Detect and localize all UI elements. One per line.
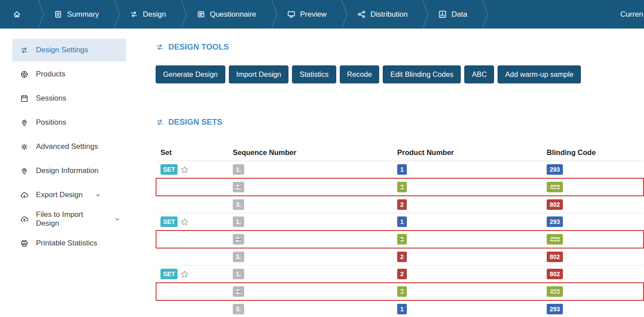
import-design-button[interactable]: Import Design	[229, 65, 289, 83]
product-cell: 3	[393, 283, 542, 300]
generate-design-button[interactable]: Generate Design	[156, 65, 225, 83]
product-badge: 1	[397, 164, 407, 175]
design-set-row: SET1.1293	[156, 161, 644, 179]
design-set-row: 2.3459	[156, 178, 644, 196]
blinding-code-badge: 293	[547, 164, 563, 175]
product-badge: 1	[397, 216, 407, 227]
set-cell	[156, 231, 228, 248]
statistics-button[interactable]: Statistics	[292, 65, 336, 83]
cloud-down-icon	[20, 191, 28, 199]
loop-icon	[156, 118, 164, 126]
design-set-row: 2.3459	[156, 231, 644, 248]
blinding-code-cell: 293	[542, 161, 644, 179]
product-badge: 1	[397, 304, 407, 314]
blinding-code-cell: 802	[542, 266, 644, 283]
blinding-code-cell: 293	[542, 300, 644, 317]
column-header: Sequence Number	[228, 145, 393, 161]
set-badge: SET	[160, 269, 178, 279]
add-warm-up-sample-button[interactable]: Add warm-up sample	[498, 65, 581, 83]
blinding-code-cell: 459	[542, 178, 644, 196]
blinding-code-badge: 293	[547, 304, 563, 314]
gear-icon	[20, 143, 28, 151]
sequence-cell: 3.	[228, 300, 393, 317]
design-set-row: SET1.2802	[156, 266, 644, 283]
distribution-icon	[357, 10, 366, 18]
star-icon[interactable]	[180, 270, 189, 279]
sidebar-item-printable-statistics[interactable]: Printable Statistics	[12, 232, 126, 255]
nav-item-distribution[interactable]: Distribution	[347, 0, 418, 29]
sidebar-item-label: Sessions	[36, 94, 66, 103]
product-cell: 1	[393, 161, 542, 179]
sidebar-item-files-to-import-design[interactable]: Files to Import Design	[12, 208, 126, 231]
set-cell: SET	[156, 266, 228, 283]
sidebar-item-products[interactable]: Products	[12, 63, 126, 86]
sidebar-item-export-design[interactable]: Export Design	[12, 184, 126, 206]
sidebar-item-sessions[interactable]: Sessions	[12, 87, 126, 110]
printer-icon	[20, 239, 28, 248]
design-tools-buttons: Generate DesignImport DesignStatisticsRe…	[156, 65, 644, 83]
sequence-badge: 2.	[233, 182, 244, 192]
set-cell	[156, 248, 228, 266]
blinding-code-cell: 802	[542, 248, 644, 266]
blinding-code-badge: 459	[547, 234, 563, 245]
preview-icon	[287, 10, 295, 18]
design-icon	[130, 10, 138, 18]
sidebar-item-label: Products	[36, 70, 65, 79]
sidebar-item-label: Design Settings	[36, 46, 88, 54]
nav-item-questionnaire[interactable]: Questionnaire	[186, 0, 267, 29]
product-cell: 2	[393, 266, 542, 283]
nav-item-label: Data	[452, 10, 467, 19]
design-sets-title: DESIGN SETS	[156, 118, 644, 127]
design-sets-table-head-row: SetSequence NumberProduct NumberBlinding…	[156, 145, 644, 161]
blinding-code-badge: 802	[547, 199, 563, 210]
design-icon	[20, 46, 28, 54]
edit-blinding-codes-button[interactable]: Edit Blinding Codes	[383, 65, 461, 83]
nav-item-summary[interactable]: Summary	[43, 0, 110, 29]
column-header: Set	[156, 145, 228, 161]
questionnaire-icon	[197, 10, 205, 18]
sidebar-item-design-information[interactable]: Design Information	[12, 159, 126, 182]
blinding-code-badge: 459	[547, 286, 563, 297]
sidebar-item-advanced-settings[interactable]: Advanced Settings	[12, 135, 126, 158]
sequence-badge: 2.	[233, 234, 244, 245]
nav-item-preview[interactable]: Preview	[277, 0, 337, 29]
chevron-down-icon	[95, 192, 101, 198]
design-sets-table: SetSequence NumberProduct NumberBlinding…	[156, 145, 644, 317]
set-cell	[156, 300, 228, 317]
calendar-icon	[20, 94, 28, 103]
nav-item-home[interactable]	[0, 0, 34, 29]
product-badge: 2	[397, 199, 407, 210]
sequence-cell: 3.	[228, 248, 393, 266]
sidebar-item-label: Positions	[36, 118, 66, 127]
sequence-cell: 3.	[228, 196, 393, 213]
wheel-icon	[20, 70, 28, 79]
star-icon[interactable]	[180, 218, 189, 227]
cloud-up-icon	[20, 215, 28, 223]
sequence-cell: 2.	[228, 283, 393, 300]
main-content: DESIGN TOOLS Generate DesignImport Desig…	[156, 29, 644, 317]
product-badge: 2	[397, 269, 407, 279]
sequence-badge: 3.	[233, 199, 244, 210]
star-icon[interactable]	[180, 166, 189, 174]
nav-item-design[interactable]: Design	[119, 0, 177, 29]
recode-button[interactable]: Recode	[340, 65, 380, 83]
sequence-cell: 1.	[228, 266, 393, 283]
product-cell: 2	[393, 248, 542, 266]
set-cell: SET	[156, 213, 228, 231]
sidebar-item-positions[interactable]: Positions	[12, 111, 126, 134]
nav-item-label: Distribution	[370, 10, 408, 19]
sequence-cell: 1.	[228, 213, 393, 231]
blinding-code-badge: 802	[547, 269, 563, 279]
abc-button[interactable]: ABC	[464, 65, 494, 83]
nav-item-label: Questionnaire	[210, 10, 256, 19]
sidebar-item-label: Printable Statistics	[36, 239, 97, 248]
blinding-code-cell: 459	[542, 283, 644, 300]
product-cell: 1	[393, 300, 542, 317]
sidebar-item-design-settings[interactable]: Design Settings	[12, 39, 126, 61]
pin-icon	[20, 119, 28, 127]
nav-item-data[interactable]: Data	[428, 0, 478, 29]
design-set-row: 3.2802	[156, 196, 644, 213]
nav-item-label: Summary	[67, 10, 99, 19]
set-cell: SET	[156, 161, 228, 179]
set-cell	[156, 283, 228, 300]
